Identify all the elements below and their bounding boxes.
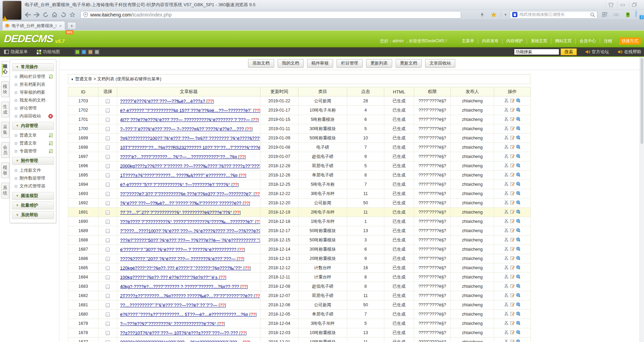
header-menu-item[interactable]: 主菜单 bbox=[458, 38, 478, 44]
row-checkbox[interactable] bbox=[106, 146, 110, 150]
sidebar-menu-item[interactable]: 等审核的档案 bbox=[12, 89, 54, 96]
sidebar-section-header[interactable]: ▼ 内容管理 bbox=[12, 122, 54, 130]
preview-globe-icon[interactable] bbox=[516, 293, 520, 297]
official-forum-link[interactable]: 官方论坛 bbox=[586, 49, 609, 55]
doc-title-link[interactable]: è?·é??????¨”?”?????????§¤ 15??¨???é’??§¤… bbox=[120, 108, 260, 113]
cut-icon[interactable] bbox=[504, 200, 509, 205]
cut-icon[interactable] bbox=[504, 256, 509, 260]
doc-title-link[interactable]: ???è????¨?”?????????§° ?????”????????§°?… bbox=[120, 219, 260, 224]
action-button[interactable]: 添加文档 bbox=[248, 59, 274, 68]
preview-globe-icon[interactable] bbox=[516, 117, 520, 121]
edit-icon[interactable] bbox=[510, 126, 515, 130]
preview-globe-icon[interactable] bbox=[516, 265, 520, 270]
cut-icon[interactable] bbox=[504, 219, 509, 223]
sidebar-menu-item[interactable]: 我发布的文档 bbox=[12, 96, 54, 104]
edit-icon[interactable] bbox=[510, 135, 515, 140]
extension-lightning-icon[interactable] bbox=[478, 11, 487, 19]
doc-title-link[interactable]: ????§?????¨”20??¨?§°é???¨???— ???????§°é… bbox=[120, 256, 244, 261]
cut-icon[interactable] bbox=[504, 182, 509, 186]
sidebar-menu-item[interactable]: 普通文章 bbox=[12, 139, 54, 147]
header-menu-item[interactable]: 注销 bbox=[600, 38, 616, 44]
header-menu-item[interactable]: 内容维护 bbox=[502, 38, 527, 44]
row-checkbox[interactable] bbox=[106, 118, 110, 122]
wallet-extension-icon[interactable] bbox=[623, 11, 632, 19]
cut-icon[interactable] bbox=[504, 339, 509, 342]
forward-button[interactable] bbox=[32, 11, 41, 19]
doc-title-link[interactable]: ?§°é???¨???—??‰è?…??¨?????¨??‰?”??????¨?… bbox=[120, 201, 250, 206]
magnifier-icon[interactable] bbox=[590, 12, 595, 17]
user-avatar[interactable] bbox=[3, 1, 21, 20]
sidebar-section-header[interactable]: ▼ 常用操作 bbox=[12, 63, 54, 71]
row-checkbox[interactable] bbox=[106, 340, 110, 342]
row-checkbox[interactable] bbox=[106, 136, 110, 140]
refresh-button[interactable] bbox=[41, 11, 50, 19]
header-menu-item[interactable]: 内容发布 bbox=[478, 38, 502, 44]
home-button[interactable] bbox=[50, 11, 59, 19]
quick-link-button[interactable]: 快捷方式 bbox=[619, 37, 641, 45]
edit-icon[interactable] bbox=[510, 219, 515, 223]
cut-icon[interactable] bbox=[504, 145, 509, 149]
sidebar-menu-item[interactable]: 上传新文件 bbox=[12, 167, 54, 174]
row-checkbox[interactable] bbox=[106, 331, 110, 335]
document-shortcut-icon[interactable] bbox=[48, 141, 53, 146]
header-menu-item[interactable]: 网站主页 bbox=[551, 38, 575, 44]
preview-globe-icon[interactable] bbox=[516, 284, 520, 288]
cut-icon[interactable] bbox=[504, 321, 509, 325]
row-checkbox[interactable] bbox=[106, 322, 110, 326]
preview-globe-icon[interactable] bbox=[516, 107, 520, 112]
cut-icon[interactable] bbox=[504, 265, 509, 270]
preview-globe-icon[interactable] bbox=[516, 302, 520, 307]
browser-search-box[interactable]: 纯武侠游戏体验江湖情长 bbox=[510, 11, 597, 19]
cut-icon[interactable] bbox=[504, 163, 509, 168]
doc-title-link[interactable]: é’??????°?¨”30??¨?§°é???¨???— ?¨?????§°é… bbox=[120, 247, 245, 252]
row-checkbox[interactable] bbox=[106, 109, 110, 113]
doc-title-link[interactable]: ????”è?…????”??????… ?§°?—…???????????°?… bbox=[120, 154, 246, 159]
header-menu-item[interactable]: 系统主页 bbox=[527, 38, 551, 44]
row-checkbox[interactable] bbox=[106, 275, 110, 280]
sidebar-tab[interactable]: 生成 bbox=[1, 102, 9, 117]
online-help-link[interactable]: 在线帮助 bbox=[618, 49, 641, 55]
sidebar-menu-item[interactable]: 评论管理 bbox=[12, 104, 54, 112]
doc-title-link[interactable]: ?????”é???§°é???¨???—??‰è?…è???±? [??] bbox=[120, 99, 214, 104]
doc-title-link[interactable]: ??…?????????”¨?”§”é???¨???—???è?¨??¨?”?—… bbox=[120, 303, 226, 308]
bookmark-star-icon[interactable] bbox=[489, 11, 498, 19]
doc-title-link[interactable]: ??”?????è?¨3??¨?”?????????§¤ ???é’??§¤3?… bbox=[120, 191, 260, 196]
history-button[interactable] bbox=[59, 11, 68, 19]
action-button[interactable]: 文章回收站 bbox=[425, 59, 456, 68]
row-checkbox[interactable] bbox=[106, 192, 110, 196]
preview-globe-icon[interactable] bbox=[516, 145, 520, 149]
sidebar-menu-item[interactable]: 附件数据管理 bbox=[12, 174, 54, 182]
preview-globe-icon[interactable] bbox=[516, 311, 520, 316]
doc-title-link[interactable]: è?§????¨”????±??”????????… 5T??—è?…è????… bbox=[120, 312, 257, 317]
cut-icon[interactable] bbox=[504, 191, 509, 195]
row-checkbox[interactable] bbox=[106, 238, 110, 242]
edit-icon[interactable] bbox=[510, 172, 515, 177]
cut-icon[interactable] bbox=[504, 126, 509, 130]
doc-title-link[interactable]: 2T????±??”??????…?§¤?????? ?????‰è?…??”?… bbox=[120, 293, 260, 298]
sidebar-section-header[interactable]: ▼ 批量维护 bbox=[12, 202, 54, 209]
scrollbar[interactable] bbox=[640, 57, 644, 342]
edit-icon[interactable] bbox=[510, 265, 515, 270]
edit-icon[interactable] bbox=[510, 182, 515, 186]
hide-menu-button[interactable]: 隐藏菜单 bbox=[4, 49, 28, 55]
edit-icon[interactable] bbox=[510, 247, 515, 251]
skin-button[interactable] bbox=[606, 1, 616, 8]
cut-icon[interactable] bbox=[504, 154, 509, 158]
cut-icon[interactable] bbox=[504, 311, 509, 316]
doc-title-link[interactable]: ??¨??…?”¨2??¨?”?????????§° ?????????è§??… bbox=[120, 210, 241, 215]
row-checkbox[interactable] bbox=[106, 127, 110, 131]
sidebar-section-header[interactable]: ▼ 频道模型 bbox=[12, 192, 54, 200]
preview-globe-icon[interactable] bbox=[516, 237, 520, 242]
url-bar[interactable]: www.itaicheng.com/tcadmin/index.php bbox=[80, 11, 461, 19]
preview-globe-icon[interactable] bbox=[516, 339, 520, 342]
sidebar-menu-item[interactable]: 内容回收站 bbox=[12, 112, 54, 120]
row-checkbox[interactable] bbox=[106, 303, 110, 307]
preview-globe-icon[interactable] bbox=[516, 172, 520, 177]
preview-globe-icon[interactable] bbox=[516, 256, 520, 260]
row-checkbox[interactable] bbox=[106, 229, 110, 233]
edit-icon[interactable] bbox=[510, 209, 515, 214]
theme-swatch[interactable] bbox=[88, 50, 93, 54]
row-checkbox[interactable] bbox=[106, 173, 110, 178]
doc-title-link[interactable]: ?????è??????”????§°é???¨???— ?§°é???????… bbox=[120, 340, 250, 342]
cut-icon[interactable] bbox=[504, 228, 509, 232]
